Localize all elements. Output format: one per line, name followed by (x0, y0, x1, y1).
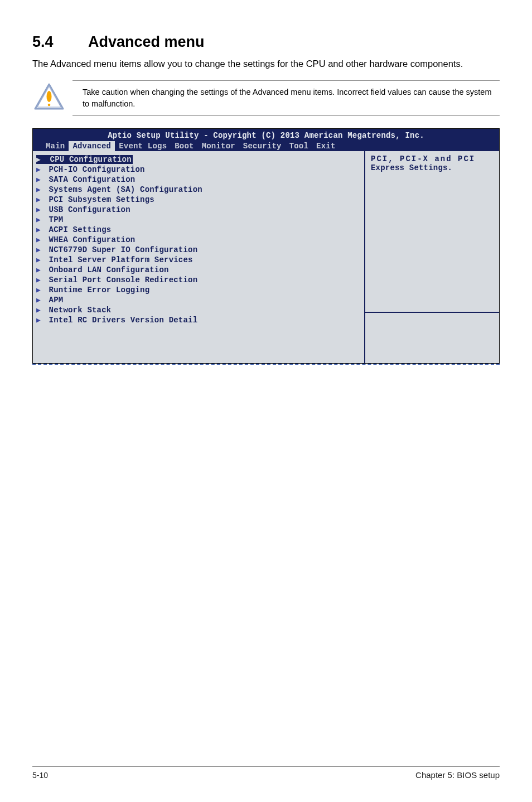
bios-menu-item-label: Intel Server Platform Services (44, 255, 193, 264)
dashed-divider (32, 364, 500, 365)
bios-menu-item[interactable]: ▶ TPM (35, 215, 362, 225)
bios-tab-monitor[interactable]: Monitor (198, 141, 239, 151)
bios-title: Aptio Setup Utility - Copyright (C) 2013… (33, 131, 499, 141)
bios-menu-item-label: CPU Configuration (44, 155, 133, 164)
svg-point-3 (48, 104, 51, 107)
submenu-arrow-icon: ▶ (36, 316, 44, 325)
bios-menu-item[interactable]: ▶ WHEA Configuration (35, 235, 362, 245)
bios-menu-item[interactable]: ▶ NCT6779D Super IO Configuration (35, 245, 362, 255)
bios-tab-boot[interactable]: Boot (171, 141, 197, 151)
submenu-arrow-icon: ▶ (36, 165, 44, 174)
submenu-arrow-icon: ▶ (36, 306, 44, 315)
bios-menu-item-label: SATA Configuration (44, 175, 135, 184)
chapter-label: Chapter 5: BIOS setup (415, 770, 500, 780)
bios-menu-item-label: Serial Port Console Redirection (44, 276, 197, 284)
bios-menu-item[interactable]: ▶ Onboard LAN Configuration (35, 265, 362, 275)
bios-body: ▶ CPU Configuration▶ PCH-IO Configuratio… (33, 151, 499, 363)
bios-menu-item[interactable]: ▶ USB Configuration (35, 205, 362, 215)
caution-text: Take caution when changing the settings … (72, 80, 500, 116)
submenu-arrow-icon: ▶ (36, 155, 44, 164)
bios-tab-advanced[interactable]: Advanced (69, 141, 115, 151)
bios-menu-item[interactable]: ▶ APM (35, 295, 362, 305)
intro-paragraph: The Advanced menu items allow you to cha… (32, 57, 500, 70)
bios-menu-item[interactable]: ▶ SATA Configuration (35, 175, 362, 185)
submenu-arrow-icon: ▶ (36, 245, 44, 254)
bios-menu-item[interactable]: ▶ PCH-IO Configuration (35, 165, 362, 175)
bios-menu-item-label: Runtime Error Logging (44, 286, 149, 294)
submenu-arrow-icon: ▶ (36, 286, 44, 294)
bios-menu-item[interactable]: ▶ Network Stack (35, 305, 362, 315)
bios-menu-item-label: Onboard LAN Configuration (44, 265, 169, 274)
bios-menu-list: ▶ CPU Configuration▶ PCH-IO Configuratio… (33, 151, 365, 363)
submenu-arrow-icon: ▶ (36, 195, 44, 204)
bios-menu-item-label: Intel RC Drivers Version Detail (44, 316, 197, 325)
submenu-arrow-icon: ▶ (36, 215, 44, 224)
page-number: 5-10 (32, 771, 48, 780)
bios-tab-event-logs[interactable]: Event Logs (115, 141, 171, 151)
bios-tab-security[interactable]: Security (239, 141, 286, 151)
submenu-arrow-icon: ▶ (36, 255, 44, 264)
help-line-2: Express Settings. (371, 163, 494, 172)
bios-menu-item[interactable]: ▶ Intel Server Platform Services (35, 255, 362, 265)
bios-menu-item-label: TPM (44, 215, 63, 224)
bios-menu-item-label: Network Stack (44, 306, 111, 315)
bios-help-bottom (365, 313, 499, 363)
submenu-arrow-icon: ▶ (36, 235, 44, 244)
bios-tabs: MainAdvancedEvent LogsBootMonitorSecurit… (33, 141, 499, 151)
bios-menu-item[interactable]: ▶ PCI Subsystem Settings (35, 195, 362, 205)
bios-menu-item-label: NCT6779D Super IO Configuration (44, 245, 197, 254)
submenu-arrow-icon: ▶ (36, 175, 44, 184)
bios-help-text: PCI, PCI-X and PCI Express Settings. (365, 151, 499, 313)
submenu-arrow-icon: ▶ (36, 205, 44, 214)
submenu-arrow-icon: ▶ (36, 225, 44, 234)
bios-menu-item-label: APM (44, 296, 63, 305)
bios-header: Aptio Setup Utility - Copyright (C) 2013… (33, 129, 499, 151)
bios-menu-item-label: Systems Agent (SA) Configuration (44, 185, 202, 194)
bios-screenshot: Aptio Setup Utility - Copyright (C) 2013… (32, 128, 500, 364)
page-footer: 5-10 Chapter 5: BIOS setup (32, 766, 500, 780)
bios-menu-item-label: PCH-IO Configuration (44, 165, 145, 174)
bios-help-pane: PCI, PCI-X and PCI Express Settings. (365, 151, 499, 363)
bios-menu-item[interactable]: ▶ Intel RC Drivers Version Detail (35, 315, 362, 325)
caution-block: Take caution when changing the settings … (33, 80, 500, 116)
submenu-arrow-icon: ▶ (36, 276, 44, 284)
bios-menu-item-label: PCI Subsystem Settings (44, 195, 154, 204)
submenu-arrow-icon: ▶ (36, 296, 44, 305)
bios-tab-exit[interactable]: Exit (312, 141, 339, 151)
caution-icon (33, 83, 72, 114)
bios-tab-tool[interactable]: Tool (286, 141, 312, 151)
bios-menu-item-label: WHEA Configuration (44, 235, 135, 244)
bios-menu-item-label: USB Configuration (44, 205, 130, 214)
bios-menu-item[interactable]: ▶ CPU Configuration (35, 154, 362, 165)
bios-tab-main[interactable]: Main (42, 141, 69, 151)
section-heading: 5.4Advanced menu (32, 33, 500, 51)
bios-menu-item[interactable]: ▶ Systems Agent (SA) Configuration (35, 185, 362, 195)
help-line-1: PCI, PCI-X and PCI (371, 154, 494, 163)
section-number: 5.4 (32, 33, 88, 51)
bios-menu-item[interactable]: ▶ ACPI Settings (35, 225, 362, 235)
bios-menu-item[interactable]: ▶ Serial Port Console Redirection (35, 275, 362, 285)
svg-point-2 (47, 91, 52, 102)
submenu-arrow-icon: ▶ (36, 185, 44, 194)
bios-menu-item[interactable]: ▶ Runtime Error Logging (35, 285, 362, 295)
section-title: Advanced menu (88, 33, 205, 50)
bios-menu-item-label: ACPI Settings (44, 225, 111, 234)
submenu-arrow-icon: ▶ (36, 265, 44, 274)
